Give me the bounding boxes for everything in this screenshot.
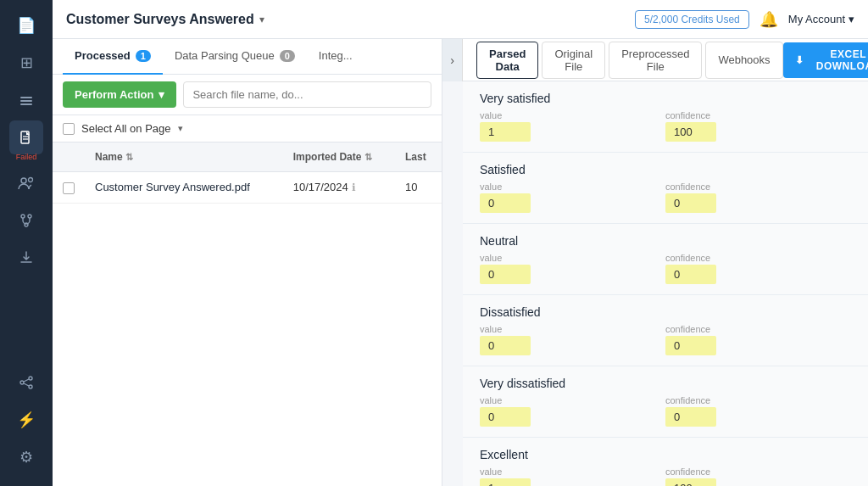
select-all-row: Select All on Page ▾ (53, 115, 442, 142)
share-icon[interactable] (9, 366, 43, 399)
svg-point-11 (29, 377, 32, 380)
data-row-cols-3: value 0 confidence 0 (480, 324, 851, 355)
data-col-confidence-5: confidence 100 (665, 466, 851, 486)
layers-icon[interactable] (9, 83, 43, 117)
bell-icon[interactable]: 🔔 (760, 10, 778, 29)
perform-action-button[interactable]: Perform Action ▾ (63, 81, 176, 108)
file-icon[interactable] (9, 120, 43, 154)
col-value-cell-4: 0 (480, 407, 531, 427)
tab-data-parsing-label: Data Parsing Queue (175, 49, 275, 62)
data-row-cols-2: value 0 confidence 0 (480, 253, 851, 284)
right-panel: Parsed Data Original File Preprocessed F… (463, 39, 868, 486)
col-value-header-5: value (480, 466, 665, 477)
col-imported-date-header[interactable]: Imported Date ⇅ (283, 142, 395, 172)
tab-preprocessed-file[interactable]: Preprocessed File (609, 42, 702, 79)
perform-action-chevron-icon: ▾ (159, 88, 164, 101)
col-confidence-header-2: confidence (665, 253, 851, 263)
lightning-icon[interactable]: ⚡ (9, 403, 43, 437)
select-all-label[interactable]: Select All on Page (81, 122, 171, 135)
data-row-4: Very dissatisfied value 0 confidence 0 (463, 366, 868, 438)
tab-parsed-data[interactable]: Parsed Data (476, 42, 538, 79)
data-row-label-2: Neutral (480, 234, 851, 248)
col-confidence-cell-3: 0 (665, 336, 716, 355)
top-header: Customer Surveys Answered ▾ 5/2,000 Cred… (53, 0, 868, 39)
data-col-value-0: value 1 (480, 110, 665, 142)
settings-icon[interactable]: ⚙ (9, 440, 43, 474)
page-title: Customer Surveys Answered (66, 12, 254, 27)
col-confidence-header-1: confidence (665, 182, 851, 192)
data-col-confidence-0: confidence 100 (665, 110, 851, 142)
data-row-cols-4: value 0 confidence 0 (480, 395, 851, 427)
data-row-cols-1: value 0 confidence 0 (480, 182, 851, 213)
right-panel-header: Parsed Data Original File Preprocessed F… (463, 39, 868, 81)
tab-integ-label: Integ... (319, 49, 353, 62)
collapse-panel-button[interactable]: › (442, 39, 463, 81)
data-row-cols-0: value 1 confidence 100 (480, 110, 851, 142)
col-confidence-header-4: confidence (665, 395, 851, 405)
row-checkbox[interactable] (63, 182, 75, 194)
data-row-0: Very satisfied value 1 confidence 100 (463, 81, 868, 153)
my-account-button[interactable]: My Account ▾ (788, 13, 854, 25)
title-chevron-icon[interactable]: ▾ (259, 14, 264, 25)
data-col-value-1: value 0 (480, 182, 665, 213)
col-confidence-header-0: confidence (665, 110, 851, 120)
col-value-cell-5: 1 (480, 478, 531, 486)
header-right: 5/2,000 Credits Used 🔔 My Account ▾ (635, 10, 854, 29)
svg-point-7 (29, 178, 33, 182)
grid-icon[interactable]: ⊞ (9, 46, 43, 80)
tab-webhooks[interactable]: Webhooks (705, 42, 782, 79)
col-name-header[interactable]: Name ⇅ (85, 142, 283, 172)
col-confidence-header-3: confidence (665, 324, 851, 334)
col-checkbox-header (53, 142, 85, 172)
col-value-header-0: value (480, 110, 665, 120)
svg-line-15 (24, 383, 29, 386)
data-row-label-5: Excellent (480, 448, 851, 461)
download-icon[interactable] (9, 241, 43, 275)
col-confidence-cell-2: 0 (665, 265, 716, 284)
search-input[interactable] (183, 81, 431, 108)
tab-processed-label: Processed (75, 49, 131, 62)
data-col-value-5: value 1 (480, 466, 665, 486)
table-row[interactable]: Customer Survey Answered.pdf 10/17/2024 … (53, 172, 442, 204)
date-info-icon[interactable]: ℹ (352, 182, 356, 193)
credits-badge: 5/2,000 Credits Used (635, 10, 749, 29)
svg-point-13 (29, 385, 32, 388)
select-all-chevron-icon[interactable]: ▾ (178, 123, 183, 134)
people-icon[interactable] (9, 166, 43, 200)
header-left: Customer Surveys Answered ▾ (66, 12, 264, 27)
col-confidence-cell-5: 100 (665, 478, 716, 486)
parsed-data-content: Very satisfied value 1 confidence 100 Sa… (463, 81, 868, 486)
col-value-header-3: value (480, 324, 665, 334)
col-value-cell-1: 0 (480, 193, 531, 213)
tab-integ[interactable]: Integ... (307, 39, 364, 75)
data-row-5: Excellent value 1 confidence 100 (463, 438, 868, 486)
right-tabs: Parsed Data Original File Preprocessed F… (476, 42, 783, 79)
col-value-cell-0: 1 (480, 122, 531, 142)
data-col-confidence-4: confidence 0 (665, 395, 851, 427)
data-row-label-3: Dissatisfied (480, 305, 851, 319)
svg-rect-0 (20, 97, 32, 98)
tab-original-file[interactable]: Original File (542, 42, 605, 79)
main-content: Customer Surveys Answered ▾ 5/2,000 Cred… (53, 0, 868, 486)
branch-icon[interactable] (9, 204, 43, 237)
imported-date-sort-icon[interactable]: ⇅ (364, 152, 372, 162)
col-confidence-cell-4: 0 (665, 407, 716, 427)
row-checkbox-cell (53, 172, 85, 204)
tab-processed-badge: 1 (136, 50, 151, 62)
data-col-confidence-1: confidence 0 (665, 182, 851, 213)
failed-label: Failed (16, 153, 37, 161)
col-value-header-2: value (480, 253, 665, 263)
svg-rect-2 (20, 103, 32, 105)
data-row-label-4: Very dissatisfied (480, 377, 851, 390)
col-confidence-header-5: confidence (665, 466, 851, 477)
tab-processed[interactable]: Processed 1 (63, 39, 163, 75)
col-value-cell-3: 0 (480, 336, 531, 355)
name-sort-icon[interactable]: ⇅ (125, 152, 133, 162)
excel-download-button[interactable]: ⬇ EXCEL DOWNLOAD (783, 42, 868, 78)
col-last-header: Last (395, 142, 442, 172)
select-all-checkbox[interactable] (63, 123, 75, 135)
right-toolbar: ⬇ EXCEL DOWNLOAD ‹ › ✕ (783, 42, 868, 78)
excel-download-label: EXCEL DOWNLOAD (809, 48, 868, 72)
document-icon[interactable]: 📄 (9, 8, 43, 42)
tab-data-parsing[interactable]: Data Parsing Queue 0 (163, 39, 307, 75)
